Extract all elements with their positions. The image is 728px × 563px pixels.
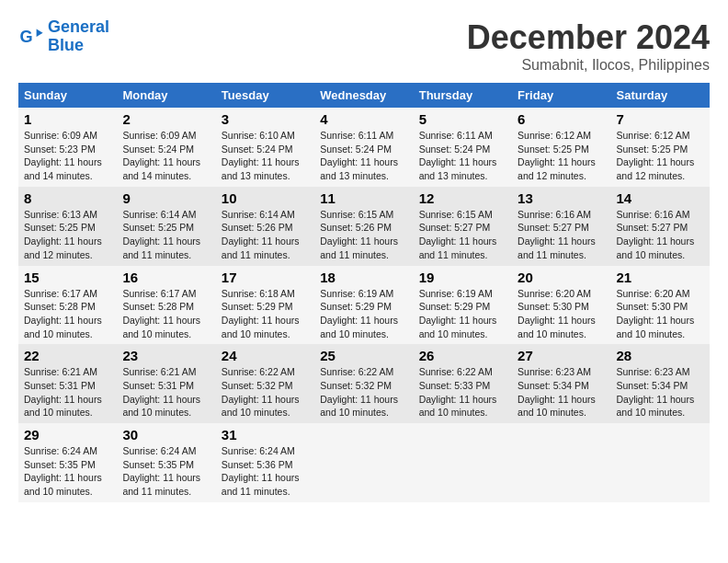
calendar-cell: 7Sunrise: 6:12 AMSunset: 5:25 PMDaylight…: [611, 108, 710, 187]
logo-icon: G: [18, 24, 44, 50]
calendar-cell: 26Sunrise: 6:22 AMSunset: 5:33 PMDayligh…: [414, 344, 512, 423]
day-info: Sunrise: 6:15 AMSunset: 5:27 PMDaylight:…: [419, 208, 506, 262]
day-number: 26: [419, 348, 506, 363]
calendar-week-row: 8Sunrise: 6:13 AMSunset: 5:25 PMDaylight…: [18, 187, 710, 266]
calendar-week-row: 1Sunrise: 6:09 AMSunset: 5:23 PMDaylight…: [18, 108, 710, 187]
day-number: 21: [617, 270, 704, 285]
weekday-header: Monday: [117, 83, 215, 108]
day-info: Sunrise: 6:24 AMSunset: 5:35 PMDaylight:…: [24, 444, 111, 499]
calendar-cell: 14Sunrise: 6:16 AMSunset: 5:27 PMDayligh…: [611, 187, 710, 266]
calendar-cell: 20Sunrise: 6:20 AMSunset: 5:30 PMDayligh…: [512, 266, 610, 345]
day-info: Sunrise: 6:24 AMSunset: 5:36 PMDaylight:…: [222, 444, 309, 499]
calendar-cell: 24Sunrise: 6:22 AMSunset: 5:32 PMDayligh…: [216, 344, 314, 423]
calendar-cell: 22Sunrise: 6:21 AMSunset: 5:31 PMDayligh…: [18, 344, 117, 423]
weekday-header: Saturday: [611, 83, 710, 108]
calendar-cell: [611, 423, 710, 502]
day-number: 11: [320, 190, 407, 206]
day-number: 27: [518, 348, 605, 363]
day-info: Sunrise: 6:22 AMSunset: 5:32 PMDaylight:…: [222, 365, 309, 419]
day-info: Sunrise: 6:23 AMSunset: 5:34 PMDaylight:…: [617, 365, 704, 419]
calendar-cell: [414, 423, 512, 502]
weekday-header: Friday: [512, 83, 610, 108]
calendar-cell: 3Sunrise: 6:10 AMSunset: 5:24 PMDaylight…: [216, 108, 314, 187]
calendar-cell: 31Sunrise: 6:24 AMSunset: 5:36 PMDayligh…: [216, 423, 314, 502]
day-info: Sunrise: 6:18 AMSunset: 5:29 PMDaylight:…: [222, 287, 309, 341]
day-info: Sunrise: 6:12 AMSunset: 5:25 PMDaylight:…: [617, 129, 704, 183]
calendar-week-row: 15Sunrise: 6:17 AMSunset: 5:28 PMDayligh…: [18, 266, 710, 345]
calendar-cell: 25Sunrise: 6:22 AMSunset: 5:32 PMDayligh…: [314, 344, 413, 423]
day-number: 1: [24, 111, 111, 127]
day-number: 23: [122, 348, 210, 363]
calendar-cell: 18Sunrise: 6:19 AMSunset: 5:29 PMDayligh…: [314, 266, 413, 345]
month-title: December 2024: [467, 18, 710, 57]
logo-text: General Blue: [48, 18, 109, 55]
day-info: Sunrise: 6:19 AMSunset: 5:29 PMDaylight:…: [320, 287, 407, 341]
day-number: 14: [617, 190, 704, 206]
day-number: 29: [24, 427, 111, 442]
day-number: 4: [320, 111, 407, 127]
day-info: Sunrise: 6:12 AMSunset: 5:25 PMDaylight:…: [518, 129, 605, 183]
page-header: G General Blue December 2024 Sumabnit, I…: [18, 18, 710, 74]
location-title: Sumabnit, Ilocos, Philippines: [467, 57, 710, 74]
day-number: 3: [222, 111, 309, 127]
day-info: Sunrise: 6:22 AMSunset: 5:32 PMDaylight:…: [320, 365, 407, 419]
calendar-cell: 1Sunrise: 6:09 AMSunset: 5:23 PMDaylight…: [18, 108, 117, 187]
day-number: 5: [419, 111, 506, 127]
weekday-header: Sunday: [18, 83, 117, 108]
day-info: Sunrise: 6:16 AMSunset: 5:27 PMDaylight:…: [617, 208, 704, 262]
calendar-cell: [314, 423, 413, 502]
day-info: Sunrise: 6:14 AMSunset: 5:25 PMDaylight:…: [122, 208, 210, 262]
day-number: 24: [222, 348, 309, 363]
day-info: Sunrise: 6:23 AMSunset: 5:34 PMDaylight:…: [518, 365, 605, 419]
calendar-cell: [512, 423, 610, 502]
day-number: 20: [518, 270, 605, 285]
svg-marker-1: [37, 29, 43, 36]
svg-text:G: G: [19, 27, 32, 45]
calendar-cell: 8Sunrise: 6:13 AMSunset: 5:25 PMDaylight…: [18, 187, 117, 266]
day-number: 13: [518, 190, 605, 206]
calendar-cell: 19Sunrise: 6:19 AMSunset: 5:29 PMDayligh…: [414, 266, 512, 345]
day-info: Sunrise: 6:15 AMSunset: 5:26 PMDaylight:…: [320, 208, 407, 262]
calendar-cell: 29Sunrise: 6:24 AMSunset: 5:35 PMDayligh…: [18, 423, 117, 502]
calendar-cell: 27Sunrise: 6:23 AMSunset: 5:34 PMDayligh…: [512, 344, 610, 423]
day-info: Sunrise: 6:17 AMSunset: 5:28 PMDaylight:…: [24, 287, 111, 341]
day-info: Sunrise: 6:20 AMSunset: 5:30 PMDaylight:…: [617, 287, 704, 341]
day-info: Sunrise: 6:09 AMSunset: 5:23 PMDaylight:…: [24, 129, 111, 183]
calendar-cell: 30Sunrise: 6:24 AMSunset: 5:35 PMDayligh…: [117, 423, 215, 502]
day-info: Sunrise: 6:14 AMSunset: 5:26 PMDaylight:…: [222, 208, 309, 262]
calendar-cell: 13Sunrise: 6:16 AMSunset: 5:27 PMDayligh…: [512, 187, 610, 266]
day-number: 18: [320, 270, 407, 285]
day-number: 15: [24, 270, 111, 285]
calendar-cell: 23Sunrise: 6:21 AMSunset: 5:31 PMDayligh…: [117, 344, 215, 423]
weekday-header: Wednesday: [314, 83, 413, 108]
day-info: Sunrise: 6:20 AMSunset: 5:30 PMDaylight:…: [518, 287, 605, 341]
day-number: 25: [320, 348, 407, 363]
day-info: Sunrise: 6:13 AMSunset: 5:25 PMDaylight:…: [24, 208, 111, 262]
calendar-cell: 4Sunrise: 6:11 AMSunset: 5:24 PMDaylight…: [314, 108, 413, 187]
day-info: Sunrise: 6:11 AMSunset: 5:24 PMDaylight:…: [320, 129, 407, 183]
day-info: Sunrise: 6:19 AMSunset: 5:29 PMDaylight:…: [419, 287, 506, 341]
day-info: Sunrise: 6:24 AMSunset: 5:35 PMDaylight:…: [122, 444, 210, 499]
day-number: 31: [222, 427, 309, 442]
day-number: 22: [24, 348, 111, 363]
calendar-table: SundayMondayTuesdayWednesdayThursdayFrid…: [18, 83, 710, 502]
calendar-cell: 16Sunrise: 6:17 AMSunset: 5:28 PMDayligh…: [117, 266, 215, 345]
day-info: Sunrise: 6:17 AMSunset: 5:28 PMDaylight:…: [122, 287, 210, 341]
day-number: 2: [122, 111, 210, 127]
day-info: Sunrise: 6:09 AMSunset: 5:24 PMDaylight:…: [122, 129, 210, 183]
calendar-cell: 11Sunrise: 6:15 AMSunset: 5:26 PMDayligh…: [314, 187, 413, 266]
title-area: December 2024 Sumabnit, Ilocos, Philippi…: [467, 18, 710, 74]
calendar-week-row: 22Sunrise: 6:21 AMSunset: 5:31 PMDayligh…: [18, 344, 710, 423]
day-number: 30: [122, 427, 210, 442]
day-number: 7: [617, 111, 704, 127]
weekday-header-row: SundayMondayTuesdayWednesdayThursdayFrid…: [18, 83, 710, 108]
day-number: 17: [222, 270, 309, 285]
day-number: 28: [617, 348, 704, 363]
logo: G General Blue: [18, 18, 109, 55]
calendar-cell: 12Sunrise: 6:15 AMSunset: 5:27 PMDayligh…: [414, 187, 512, 266]
day-number: 8: [24, 190, 111, 206]
day-info: Sunrise: 6:11 AMSunset: 5:24 PMDaylight:…: [419, 129, 506, 183]
calendar-cell: 21Sunrise: 6:20 AMSunset: 5:30 PMDayligh…: [611, 266, 710, 345]
calendar-cell: 28Sunrise: 6:23 AMSunset: 5:34 PMDayligh…: [611, 344, 710, 423]
calendar-cell: 10Sunrise: 6:14 AMSunset: 5:26 PMDayligh…: [216, 187, 314, 266]
